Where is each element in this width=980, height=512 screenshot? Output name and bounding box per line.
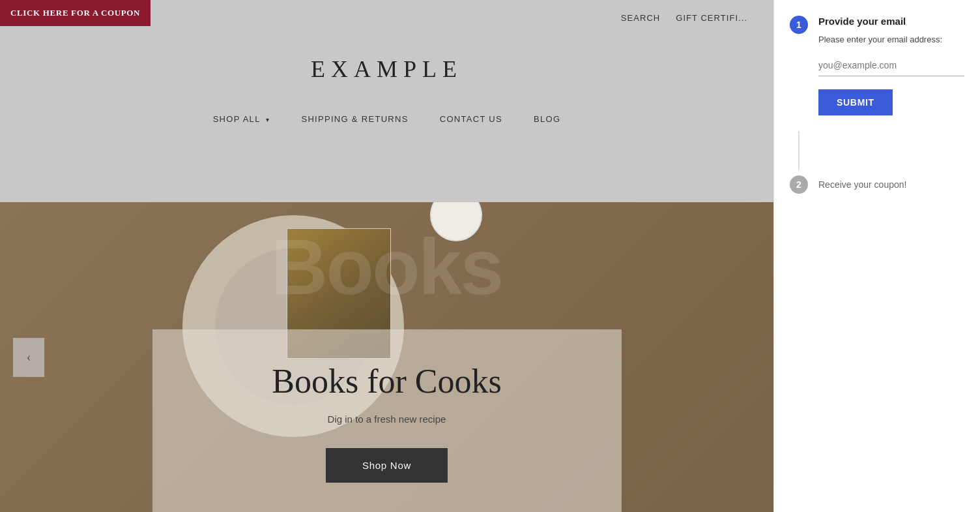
shop-now-button[interactable]: Shop Now <box>326 448 448 483</box>
main-navigation: SHOP ALL ▾ SHIPPING & RETURNS CONTACT US… <box>213 114 561 124</box>
step1-title: Provide your email <box>818 16 964 27</box>
step2-badge: 2 <box>790 175 808 194</box>
search-nav-item[interactable]: SEARCH <box>621 13 660 23</box>
site-title: EXAMPLE <box>311 55 463 83</box>
site-area: SEARCH GIFT CERTIFI... EXAMPLE SHOP ALL … <box>0 0 773 512</box>
nav-shipping-returns[interactable]: SHIPPING & RETURNS <box>301 114 408 124</box>
step1-row: 1 Provide your email Please enter your e… <box>790 16 964 115</box>
submit-button[interactable]: SUBMIT <box>818 89 893 115</box>
prev-slide-button[interactable]: ‹ <box>13 338 44 377</box>
step-divider <box>798 131 800 170</box>
step1-badge: 1 <box>790 16 808 34</box>
step1-description: Please enter your email address: <box>818 35 964 44</box>
nav-shop-all[interactable]: SHOP ALL ▾ <box>213 114 270 124</box>
gift-cert-nav-item[interactable]: GIFT CERTIFI... <box>676 13 747 23</box>
chevron-down-icon: ▾ <box>266 116 270 123</box>
hero-section: Books Books for Cooks Dig in to a fresh … <box>0 202 773 512</box>
step1-content: Provide your email Please enter your ema… <box>818 16 964 115</box>
hero-title: Books for Cooks <box>192 362 583 400</box>
hero-content-box: Books for Cooks Dig in to a fresh new re… <box>152 329 622 512</box>
step2-label: Receive your coupon! <box>818 179 906 190</box>
coupon-panel: 1 Provide your email Please enter your e… <box>773 0 980 512</box>
coupon-bar-label: CLICK HERE FOR A COUPON <box>10 8 140 18</box>
nav-contact-us[interactable]: CONTACT US <box>440 114 502 124</box>
hero-subtitle: Dig in to a fresh new recipe <box>192 414 583 425</box>
chevron-left-icon: ‹ <box>27 350 31 365</box>
step2-row: 2 Receive your coupon! <box>790 175 964 194</box>
header: SEARCH GIFT CERTIFI... EXAMPLE SHOP ALL … <box>0 0 773 202</box>
coupon-bar-button[interactable]: CLICK HERE FOR A COUPON <box>0 0 151 26</box>
background-text: Books <box>0 222 773 312</box>
nav-blog[interactable]: BLOG <box>534 114 560 124</box>
email-input[interactable] <box>818 55 964 76</box>
